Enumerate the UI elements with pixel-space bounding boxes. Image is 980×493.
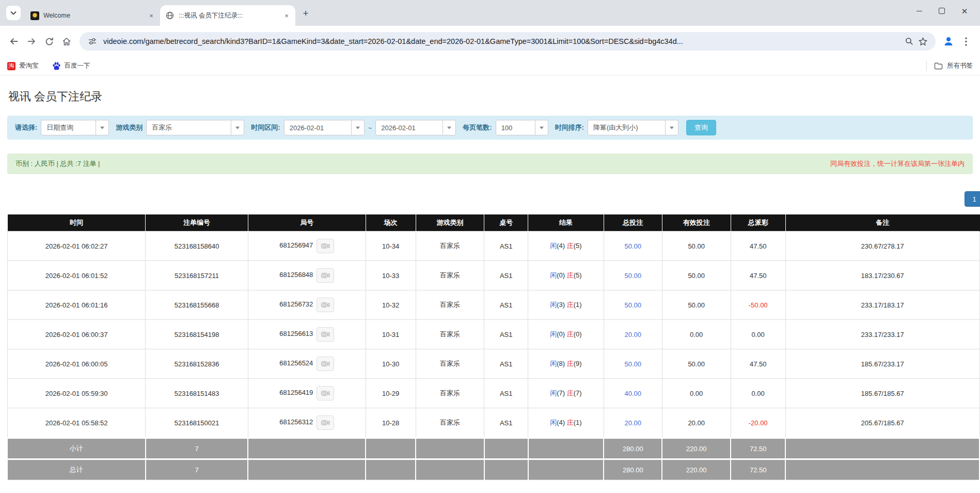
url-text[interactable]: videoie.com/game/betrecord_search/kind3?…: [103, 37, 897, 45]
chevron-down-icon: [442, 120, 455, 135]
cell-total-bet[interactable]: 20.00: [604, 408, 662, 438]
forward-button[interactable]: [23, 33, 40, 50]
result-part: (1): [574, 301, 582, 309]
tab-close-icon[interactable]: ×: [282, 11, 291, 20]
date-end-select[interactable]: 2026-02-01: [375, 120, 456, 135]
game-type-select[interactable]: 百家乐: [146, 120, 244, 135]
chevron-down-icon: [231, 120, 244, 135]
bookmark-label: 爱淘宝: [19, 61, 39, 70]
result-part: 闲: [550, 271, 557, 279]
cell-total-bet[interactable]: 20.00: [604, 320, 662, 349]
profile-person-icon: [943, 36, 954, 47]
round-id: 681256848: [279, 271, 313, 279]
zoom-button[interactable]: [903, 35, 916, 48]
address-bar[interactable]: videoie.com/game/betrecord_search/kind3?…: [80, 32, 936, 51]
bookmark-taobao[interactable]: 淘 爱淘宝: [7, 61, 39, 70]
result-part: 庄: [567, 419, 574, 426]
browser-menu-button[interactable]: [957, 33, 975, 50]
total-count: 7: [146, 438, 248, 459]
col-header-6: 桌号: [484, 214, 528, 232]
summary-bar: 币别 : 人民币 | 总共 :7 注单 | 同局有效投注，统一计算在该局第一张注…: [7, 153, 973, 174]
cell-remark: [785, 459, 979, 480]
bookmark-star-button[interactable]: [916, 35, 929, 48]
cell-bet-id: 523168152836: [146, 349, 248, 379]
new-tab-button[interactable]: +: [298, 6, 313, 20]
tab-strip: Welcome × :::视讯 会员下注纪录::: × + ✕: [0, 0, 980, 26]
cell-bet-id: 523168158640: [146, 232, 248, 261]
minimize-button[interactable]: [908, 3, 930, 19]
cell-payout: 47.50: [731, 349, 785, 379]
result-part: 庄: [567, 360, 574, 367]
total-label: 总计: [8, 459, 146, 480]
summary-warning-text: 同局有效投注，统一计算在该局第一张注单内: [830, 159, 965, 168]
forward-icon: [27, 37, 36, 45]
cell-remark: 205.67/185.67: [785, 408, 979, 438]
result-part: (4): [557, 242, 567, 250]
taobao-icon: 淘: [7, 62, 15, 70]
video-replay-button[interactable]: [317, 386, 334, 400]
reload-button[interactable]: [40, 33, 58, 50]
tab-betrecord[interactable]: :::视讯 会员下注纪录::: ×: [160, 5, 295, 26]
close-button[interactable]: ✕: [953, 3, 976, 19]
tab-search-button[interactable]: [6, 6, 21, 20]
video-replay-button[interactable]: [317, 327, 334, 342]
cell-total-bet[interactable]: 40.00: [604, 379, 662, 408]
bookmark-baidu[interactable]: 百度一下: [52, 61, 90, 70]
per-page-select[interactable]: 100: [496, 120, 548, 135]
home-button[interactable]: [58, 33, 75, 50]
cell-remark: 230.67/278.17: [785, 232, 979, 261]
result-part: (9): [574, 360, 582, 367]
table-header-row: 时间注单编号局号场次游戏类别桌号结果总投注有效投注总派彩备注: [8, 214, 980, 232]
cell-game-type: 百家乐: [416, 232, 484, 261]
query-type-select[interactable]: 日期查询: [41, 120, 109, 135]
cell-time: 2026-02-01 06:00:05: [8, 349, 146, 379]
date-start-select[interactable]: 2026-02-01: [284, 120, 365, 135]
cell-time: 2026-02-01 05:59:30: [8, 379, 146, 408]
chevron-down-icon: [535, 120, 548, 135]
video-replay-button[interactable]: [317, 357, 334, 371]
cell-table-no: AS1: [484, 349, 528, 379]
profile-button[interactable]: [940, 33, 957, 50]
cell-bet-id: 523168155668: [146, 290, 248, 320]
cell-table-no: AS1: [484, 261, 528, 290]
cell-total-bet[interactable]: 50.00: [604, 232, 662, 261]
maximize-button[interactable]: [930, 3, 953, 19]
site-info-button[interactable]: [86, 35, 99, 48]
back-button[interactable]: [5, 33, 23, 50]
cell-result: 闲(0) 庄(5): [528, 261, 604, 290]
video-replay-button[interactable]: [317, 268, 334, 283]
tab-welcome[interactable]: Welcome ×: [25, 5, 160, 26]
cell-bet-id: 523168157211: [146, 261, 248, 290]
cell-payout: 47.50: [731, 261, 785, 290]
cell-round: 681256848: [248, 261, 366, 290]
result-part: 庄: [567, 330, 574, 338]
cell-result: 闲(4) 庄(5): [528, 232, 604, 261]
video-replay-button[interactable]: [317, 239, 334, 253]
tune-icon: [88, 38, 97, 45]
cell-session: 10-33: [366, 261, 416, 290]
cell-bet-id: 523168154198: [146, 320, 248, 349]
cell-round: [248, 459, 366, 480]
folder-icon: [934, 62, 943, 70]
globe-icon: [165, 11, 175, 20]
sort-select[interactable]: 降冪(由大到小): [588, 120, 678, 135]
cell-table-no: AS1: [484, 320, 528, 349]
all-bookmarks-label: 所有书签: [947, 61, 973, 70]
filter-bar: 请选择: 日期查询 游戏类别 百家乐 时间区间: 2026-02-01 ~ 20…: [7, 116, 973, 140]
cell-total-bet[interactable]: 50.00: [604, 290, 662, 320]
cell-total-bet[interactable]: 50.00: [604, 349, 662, 379]
col-header-10: 总派彩: [731, 214, 785, 232]
cell-total-bet[interactable]: 50.00: [604, 261, 662, 290]
video-replay-button[interactable]: [317, 298, 334, 312]
cell-session: 10-31: [366, 320, 416, 349]
result-part: (0): [574, 330, 582, 338]
payout-sum: 72.50: [731, 438, 785, 459]
search-button[interactable]: 查询: [686, 120, 716, 135]
cell-valid-bet: 50.00: [662, 290, 731, 320]
result-part: (8): [557, 360, 567, 367]
page-1-button[interactable]: 1: [965, 191, 980, 207]
date-range-label: 时间区间:: [251, 123, 280, 132]
all-bookmarks-button[interactable]: 所有书签: [926, 61, 973, 71]
tab-close-icon[interactable]: ×: [147, 11, 156, 20]
video-replay-button[interactable]: [317, 415, 334, 430]
